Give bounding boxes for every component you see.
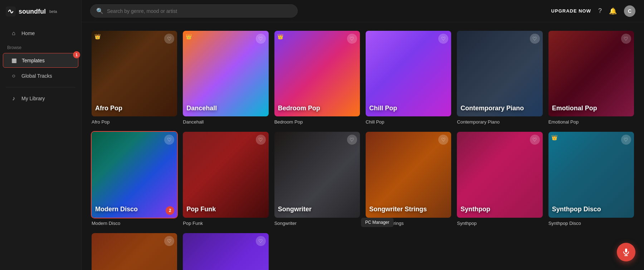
templates-icon: ▦ bbox=[10, 57, 18, 64]
mic-icon bbox=[622, 248, 630, 256]
heart-icon[interactable]: ♡ bbox=[256, 236, 266, 246]
heart-icon[interactable]: ♡ bbox=[347, 34, 357, 44]
template-grid: 👑♡Afro PopAfro Pop👑♡DancehallDancehall👑♡… bbox=[92, 31, 634, 270]
card-pop-funk[interactable]: ♡Pop FunkPop Funk bbox=[183, 132, 268, 226]
sidebar-item-label: Home bbox=[21, 30, 35, 36]
home-icon: ⌂ bbox=[10, 30, 17, 37]
beta-label: beta bbox=[49, 9, 57, 14]
card-label-overlay: Synthpop bbox=[460, 206, 539, 213]
search-input[interactable] bbox=[107, 8, 292, 14]
card-label-overlay: Contemporary Piano bbox=[460, 105, 539, 112]
notifications-icon[interactable]: 🔔 bbox=[609, 7, 617, 15]
card-songwriter-strings[interactable]: ♡Songwriter StringsSongwriter Strings bbox=[366, 132, 451, 226]
my-library-icon: ♪ bbox=[10, 95, 17, 102]
app-name: soundful bbox=[19, 8, 46, 15]
global-tracks-icon: ○ bbox=[10, 73, 17, 79]
card-title: Bedroom Pop bbox=[274, 119, 360, 125]
card-label-overlay: Chill Pop bbox=[369, 105, 448, 112]
card-modern-disco[interactable]: ♡Modern Disco2Modern Disco bbox=[92, 132, 177, 226]
sidebar-item-label: Global Tracks bbox=[21, 73, 52, 79]
card-label-overlay: Pop Funk bbox=[186, 206, 265, 213]
svg-rect-1 bbox=[625, 249, 627, 252]
heart-icon[interactable]: ♡ bbox=[256, 34, 266, 44]
card-title: Synthpop bbox=[457, 221, 542, 226]
card-synthpop-disco[interactable]: 👑♡Synthpop DiscoSynthpop Disco bbox=[548, 132, 634, 226]
card-title: Dancehall bbox=[183, 119, 268, 125]
header: 🔍 UPGRADE NOW ? 🔔 C bbox=[82, 0, 644, 22]
templates-badge: 1 bbox=[73, 51, 80, 58]
search-icon: 🔍 bbox=[96, 8, 103, 14]
card-title: Synthpop Disco bbox=[548, 221, 634, 226]
card-title: Afro Pop bbox=[92, 119, 177, 125]
card-title: Songwriter bbox=[274, 221, 360, 226]
upgrade-button[interactable]: UPGRADE NOW bbox=[551, 8, 591, 14]
card-label-overlay: Songwriter Strings bbox=[369, 206, 448, 213]
search-bar[interactable]: 🔍 bbox=[90, 4, 298, 18]
card-songwriter[interactable]: ♡SongwriterSongwriter bbox=[274, 132, 360, 226]
card-label-overlay: Songwriter bbox=[278, 206, 356, 213]
sidebar-nav: ⌂ Home Browse ▦ Templates 1 ○ Global Tra… bbox=[0, 23, 81, 109]
card-label-overlay: Bedroom Pop bbox=[278, 105, 356, 112]
main-area: 🔍 UPGRADE NOW ? 🔔 C 👑♡Afro PopAfro Pop👑♡… bbox=[82, 0, 644, 270]
card-label-overlay: Modern Disco bbox=[95, 206, 174, 213]
card-label-overlay: Emotional Pop bbox=[552, 105, 630, 112]
crown-icon: 👑 bbox=[186, 34, 192, 39]
heart-icon[interactable]: ♡ bbox=[256, 135, 266, 145]
sidebar-item-global-tracks[interactable]: ○ Global Tracks bbox=[3, 69, 78, 83]
help-icon[interactable]: ? bbox=[598, 7, 602, 15]
header-right: UPGRADE NOW ? 🔔 C bbox=[551, 5, 635, 17]
card-title: Modern Disco bbox=[92, 221, 177, 226]
card-title: Pop Funk bbox=[183, 221, 268, 226]
sidebar-item-home[interactable]: ⌂ Home bbox=[3, 26, 78, 40]
card-synthpop[interactable]: ♡SynthpopSynthpop bbox=[457, 132, 542, 226]
sidebar-item-templates[interactable]: ▦ Templates 1 bbox=[3, 53, 78, 68]
soundful-logo-icon bbox=[6, 6, 16, 16]
card-pop-disco[interactable]: ♡Pop DiscoPop Disco bbox=[183, 233, 268, 270]
heart-icon[interactable]: ♡ bbox=[530, 135, 540, 145]
card-contemporary-guitar[interactable]: ♡00⁙ Coming SoonContemporary Guitar bbox=[92, 233, 177, 270]
heart-icon[interactable]: ♡ bbox=[164, 236, 174, 246]
content-area: 👑♡Afro PopAfro Pop👑♡DancehallDancehall👑♡… bbox=[82, 22, 644, 270]
card-bedroom-pop[interactable]: 👑♡Bedroom PopBedroom Pop bbox=[274, 31, 360, 125]
sidebar-item-label: My Library bbox=[21, 96, 45, 101]
sidebar-divider bbox=[6, 87, 75, 87]
card-label-overlay: Synthpop Disco bbox=[552, 206, 630, 213]
card-label-overlay: Dancehall bbox=[186, 105, 265, 112]
card-afro-pop[interactable]: 👑♡Afro PopAfro Pop bbox=[92, 31, 177, 125]
card-title: Chill Pop bbox=[366, 119, 451, 125]
card-label-overlay: Afro Pop bbox=[95, 105, 174, 112]
card-emotional-pop[interactable]: ♡Emotional PopEmotional Pop bbox=[548, 31, 634, 125]
card-dancehall[interactable]: 👑♡DancehallDancehall bbox=[183, 31, 268, 125]
browse-label: Browse bbox=[0, 41, 81, 52]
heart-icon[interactable]: ♡ bbox=[530, 34, 540, 44]
sidebar: soundful beta ⌂ Home Browse ▦ Templates … bbox=[0, 0, 82, 270]
card-title: Songwriter Strings bbox=[366, 221, 451, 226]
fab-button[interactable] bbox=[617, 243, 635, 261]
crown-icon: 👑 bbox=[94, 34, 101, 39]
crown-icon: 👑 bbox=[277, 34, 283, 39]
card-title: Emotional Pop bbox=[548, 119, 634, 125]
sidebar-item-label: Templates bbox=[22, 58, 45, 63]
card-chill-pop[interactable]: ♡Chill PopChill Pop bbox=[366, 31, 451, 125]
card-contemporary-piano[interactable]: ♡Contemporary PianoContemporary Piano bbox=[457, 31, 542, 125]
crown-icon: 👑 bbox=[551, 135, 557, 140]
sidebar-item-my-library[interactable]: ♪ My Library bbox=[3, 92, 78, 105]
sidebar-logo: soundful beta bbox=[0, 0, 81, 23]
card-title: Contemporary Piano bbox=[457, 119, 542, 125]
heart-icon[interactable]: ♡ bbox=[621, 34, 631, 44]
card-badge: 2 bbox=[166, 206, 174, 215]
avatar[interactable]: C bbox=[624, 5, 635, 17]
